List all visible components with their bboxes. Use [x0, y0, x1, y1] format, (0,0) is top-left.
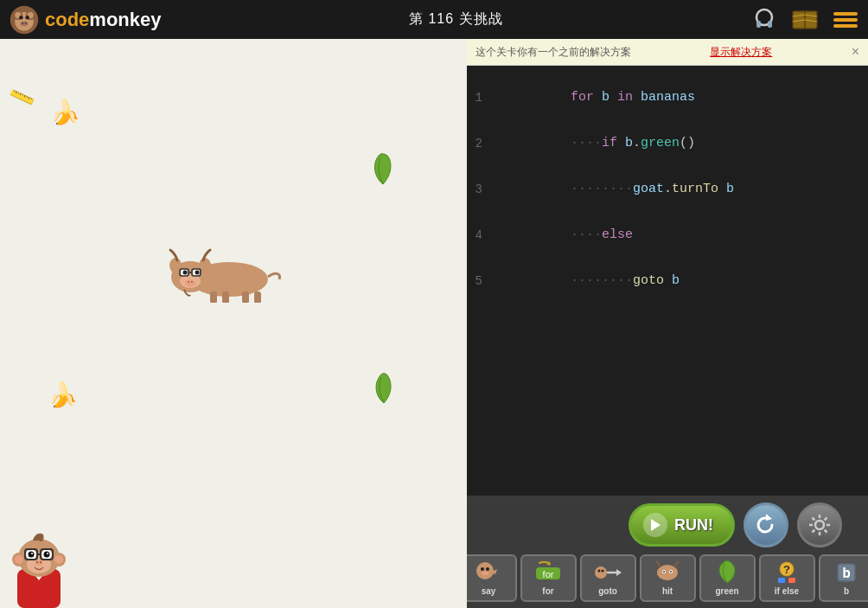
line-content-5: ········goto b [493, 259, 680, 303]
svg-point-48 [54, 555, 63, 564]
svg-rect-41 [254, 291, 261, 303]
svg-text:b: b [842, 565, 851, 581]
headphones-icon[interactable] [750, 6, 778, 34]
banana-yellow-2: 🍌 [48, 381, 78, 409]
svg-point-31 [195, 271, 200, 275]
svg-rect-22 [833, 24, 858, 28]
code-line-5: 5 ········goto b [467, 258, 868, 304]
code-block-b-label: b [844, 586, 849, 596]
svg-point-7 [25, 16, 29, 20]
svg-point-60 [36, 561, 38, 563]
svg-point-52 [29, 552, 35, 558]
code-block-hit-label: hit [662, 586, 673, 596]
game-area: 📏 🍌 [0, 39, 467, 608]
code-block-b[interactable]: b b [819, 554, 869, 602]
svg-point-74 [481, 567, 484, 571]
notification-bar: 这个关卡你有一个之前的解决方案 显示解决方案 × [467, 39, 868, 66]
svg-point-36 [188, 281, 189, 283]
svg-point-87 [670, 571, 672, 573]
svg-point-37 [191, 281, 193, 283]
logo-area: codemonkey [9, 4, 162, 35]
svg-point-55 [47, 553, 48, 554]
line-number-2: 2 [467, 137, 493, 150]
bottom-area: RUN! [467, 496, 868, 608]
settings-button[interactable] [797, 502, 842, 547]
line-number-3: 3 [467, 182, 493, 196]
svg-point-30 [183, 271, 188, 275]
svg-point-6 [19, 16, 23, 20]
svg-rect-20 [833, 12, 858, 16]
line-number-4: 4 [467, 228, 493, 242]
svg-text:?: ? [783, 563, 790, 576]
line-content-4: ····else [493, 213, 633, 257]
svg-point-86 [663, 571, 665, 573]
line-number-5: 5 [467, 274, 493, 288]
svg-point-76 [482, 572, 488, 575]
line-number-1: 1 [467, 91, 493, 105]
svg-rect-90 [778, 578, 785, 583]
svg-point-10 [25, 22, 27, 23]
banana-green-1 [370, 151, 396, 192]
svg-point-53 [44, 552, 50, 558]
code-editor[interactable]: 1 for b in bananas 2 ····if b.green() 3 … [467, 66, 868, 496]
reset-button[interactable] [744, 502, 788, 547]
svg-point-54 [31, 553, 33, 554]
code-block-goto[interactable]: goto [580, 554, 636, 602]
svg-point-81 [602, 570, 604, 573]
svg-line-69 [813, 518, 815, 521]
svg-point-47 [15, 555, 23, 564]
play-icon [643, 513, 667, 537]
svg-line-72 [813, 530, 815, 533]
svg-rect-12 [756, 21, 761, 28]
code-block-say-label: say [482, 586, 496, 596]
svg-marker-82 [616, 569, 622, 576]
monkey-character-small [0, 522, 78, 608]
svg-rect-40 [242, 291, 249, 303]
svg-point-59 [35, 560, 43, 566]
svg-rect-39 [222, 291, 229, 303]
code-block-if-else[interactable]: ? if else [759, 554, 815, 602]
banana-green-2 [372, 372, 396, 408]
close-notification-button[interactable]: × [852, 44, 859, 60]
svg-line-71 [825, 518, 827, 521]
show-solution-link[interactable]: 显示解决方案 [710, 45, 772, 60]
svg-point-79 [595, 566, 607, 579]
svg-marker-62 [651, 519, 661, 531]
logo-text: codemonkey [45, 9, 162, 31]
code-block-hit[interactable]: hit [640, 554, 696, 602]
svg-point-64 [815, 521, 824, 529]
line-content-2: ····if b.green() [493, 121, 695, 165]
svg-point-61 [40, 561, 41, 563]
code-block-goto-label: goto [598, 586, 617, 596]
svg-point-73 [476, 562, 494, 579]
svg-point-80 [598, 570, 601, 573]
svg-point-35 [185, 279, 195, 286]
svg-rect-13 [768, 21, 772, 28]
main: 📏 🍌 [0, 39, 868, 608]
code-line-3: 3 ········goat.turnTo b [467, 166, 868, 212]
code-block-say[interactable]: say [461, 554, 517, 602]
code-line-4: 4 ····else [467, 212, 868, 258]
line-content-3: ········goat.turnTo b [493, 167, 734, 211]
code-block-if-else-label: if else [775, 586, 799, 596]
banana-yellow-1: 🍌 [50, 98, 80, 126]
level-title: 第 116 关挑战 [409, 10, 503, 29]
menu-icon[interactable] [832, 6, 859, 34]
run-button[interactable]: RUN! [629, 503, 735, 547]
notification-text: 这个关卡你有一个之前的解决方案 [475, 45, 631, 60]
action-buttons: RUN! [629, 502, 868, 547]
svg-text:for: for [543, 569, 554, 579]
run-label: RUN! [674, 516, 713, 534]
goat-character [160, 246, 294, 303]
map-icon[interactable] [791, 6, 819, 34]
header: codemonkey 第 116 关挑战 [0, 0, 868, 39]
code-line-2: 2 ····if b.green() [467, 120, 868, 166]
code-block-for[interactable]: for for [520, 554, 577, 602]
svg-point-75 [486, 567, 489, 571]
svg-point-8 [21, 21, 29, 25]
code-block-green[interactable]: green [699, 554, 756, 602]
svg-rect-21 [833, 18, 858, 22]
svg-rect-91 [788, 578, 795, 583]
ruler-icon: 📏 [7, 83, 36, 112]
code-line-1: 1 for b in bananas [467, 74, 868, 120]
